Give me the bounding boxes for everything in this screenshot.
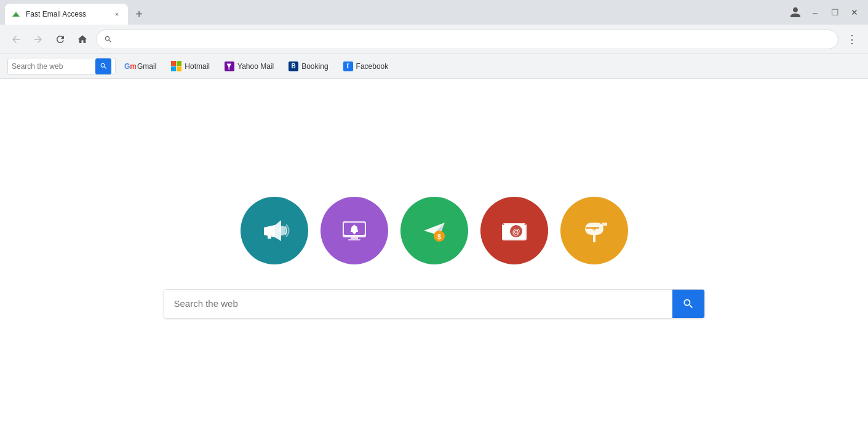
bookmark-search-button[interactable] bbox=[95, 58, 111, 74]
svg-rect-16 bbox=[593, 234, 595, 242]
forward-button[interactable] bbox=[30, 31, 47, 48]
tab-title: Fast Email Access bbox=[26, 10, 107, 18]
title-bar: Fast Email Access × + – ☐ ✕ bbox=[0, 0, 868, 25]
paper-plane-dollar-icon-circle[interactable]: $ bbox=[400, 197, 468, 264]
bookmark-facebook-label: Facebook bbox=[356, 62, 389, 71]
bookmarks-bar: Gm Gmail Hotmail Yahoo Mail B Booking f bbox=[0, 54, 868, 79]
bookmark-booking-label: Booking bbox=[301, 62, 328, 71]
svg-text:@: @ bbox=[512, 226, 520, 236]
bookmark-yahoo-mail[interactable]: Yahoo Mail bbox=[218, 59, 280, 74]
window-controls: – ☐ ✕ bbox=[787, 4, 863, 21]
minimize-button[interactable]: – bbox=[806, 4, 824, 21]
main-search-input[interactable] bbox=[164, 290, 672, 318]
maximize-button[interactable]: ☐ bbox=[826, 4, 843, 21]
monitor-bell-icon-circle[interactable] bbox=[321, 197, 388, 264]
svg-rect-5 bbox=[351, 237, 358, 239]
close-window-button[interactable]: ✕ bbox=[846, 4, 863, 21]
tab-favicon bbox=[11, 9, 21, 19]
svg-rect-20 bbox=[586, 227, 599, 229]
main-search-bar[interactable] bbox=[164, 289, 705, 319]
booking-favicon: B bbox=[289, 61, 298, 71]
reload-button[interactable] bbox=[52, 31, 69, 48]
facebook-favicon: f bbox=[343, 61, 353, 71]
bookmark-search-bar[interactable] bbox=[7, 58, 116, 75]
mailbox-icon bbox=[578, 214, 611, 247]
svg-rect-18 bbox=[602, 223, 603, 230]
yahoo-favicon bbox=[225, 61, 234, 71]
monitor-bell-icon bbox=[338, 214, 371, 247]
svg-point-2 bbox=[279, 226, 285, 236]
paper-plane-dollar-icon: $ bbox=[418, 214, 451, 247]
search-icon bbox=[100, 62, 108, 70]
mailbox-icon-circle[interactable] bbox=[560, 197, 628, 264]
new-tab-button[interactable]: + bbox=[130, 6, 148, 23]
bookmark-yahoo-label: Yahoo Mail bbox=[237, 62, 274, 71]
svg-point-9 bbox=[353, 224, 355, 226]
bookmark-facebook[interactable]: f Facebook bbox=[337, 59, 395, 74]
address-bar: ⋮ bbox=[0, 25, 868, 54]
tab-close-button[interactable]: × bbox=[112, 9, 122, 19]
home-button[interactable] bbox=[74, 31, 91, 48]
svg-point-21 bbox=[592, 227, 596, 231]
hotmail-favicon bbox=[171, 61, 181, 71]
bookmark-hotmail[interactable]: Hotmail bbox=[165, 58, 216, 74]
gmail-favicon: Gm bbox=[124, 61, 134, 71]
url-bar[interactable] bbox=[96, 30, 838, 49]
bookmark-gmail[interactable]: Gm Gmail bbox=[118, 59, 162, 74]
megaphone-icon bbox=[258, 214, 291, 247]
svg-point-8 bbox=[353, 232, 355, 234]
bookmark-hotmail-label: Hotmail bbox=[185, 62, 210, 71]
search-url-icon bbox=[104, 35, 113, 44]
main-search-button[interactable] bbox=[672, 290, 704, 318]
user-account-icon[interactable] bbox=[787, 4, 804, 21]
icon-row: $ @ bbox=[241, 197, 628, 264]
svg-rect-6 bbox=[348, 239, 360, 240]
email-at-icon: @ bbox=[498, 214, 531, 247]
search-icon bbox=[682, 298, 695, 310]
bookmark-search-input[interactable] bbox=[12, 62, 92, 71]
bookmark-booking[interactable]: B Booking bbox=[282, 59, 334, 74]
url-input[interactable] bbox=[117, 34, 830, 44]
svg-marker-1 bbox=[12, 14, 20, 17]
back-button[interactable] bbox=[7, 31, 25, 48]
browser-menu-button[interactable]: ⋮ bbox=[843, 31, 861, 48]
svg-text:$: $ bbox=[437, 232, 440, 240]
email-at-icon-circle[interactable]: @ bbox=[480, 197, 548, 264]
browser-tab[interactable]: Fast Email Access × bbox=[5, 4, 128, 25]
svg-rect-19 bbox=[603, 223, 607, 226]
main-content: $ @ bbox=[0, 79, 868, 436]
megaphone-icon-circle[interactable] bbox=[241, 197, 308, 264]
bookmark-gmail-label: Gmail bbox=[137, 62, 156, 71]
